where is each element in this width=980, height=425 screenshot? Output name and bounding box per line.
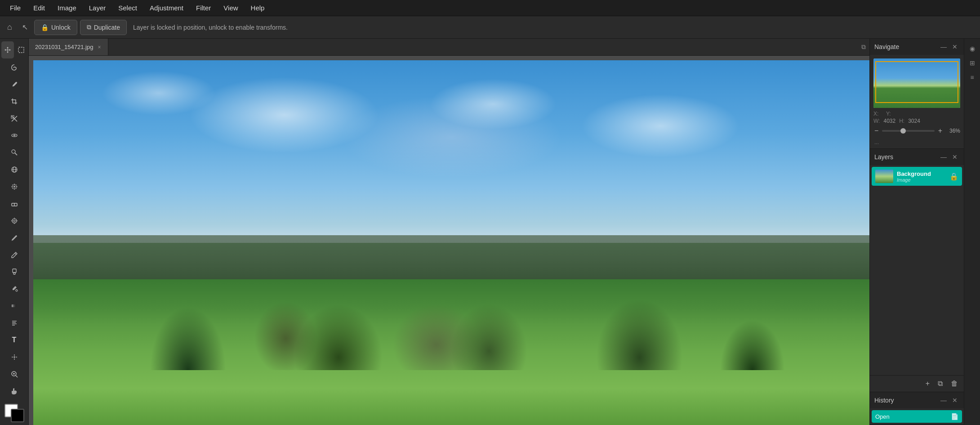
navigate-close-button[interactable]: ✕	[950, 42, 959, 51]
marquee-tool[interactable]	[15, 41, 27, 58]
gradient-tool[interactable]	[6, 298, 23, 314]
tab-close-button[interactable]: ×	[97, 43, 102, 51]
delete-layer-button[interactable]: 🗑	[949, 378, 960, 389]
far-right-panel: ◉ ⊞ ≡	[964, 39, 980, 425]
svg-point-13	[12, 184, 13, 185]
history-panel: History — ✕ Open 📄	[870, 392, 964, 425]
zoom-slider[interactable]	[882, 130, 934, 132]
background-color-swatch[interactable]	[11, 409, 24, 422]
navigate-panel: Navigate — ✕ X: Y:	[870, 39, 964, 149]
layer-name: Background	[897, 170, 946, 177]
main-area: T 20231031_154721.jpg × ⧉	[0, 39, 980, 425]
layer-type: Image	[897, 177, 946, 183]
svg-point-19	[12, 219, 17, 223]
text-tool[interactable]: T	[6, 332, 23, 348]
pencil-tool[interactable]	[6, 247, 23, 263]
unlock-button[interactable]: 🔒 Unlock	[34, 20, 77, 35]
layer-lock-icon: 🔒	[949, 172, 958, 181]
menu-layer[interactable]: Layer	[84, 2, 111, 13]
svg-point-11	[11, 186, 13, 188]
move-tool-button[interactable]: ↖	[18, 21, 31, 33]
zoom-slider-thumb[interactable]	[900, 128, 906, 134]
menu-view[interactable]: View	[218, 2, 243, 13]
navigate-thumbnail	[873, 58, 960, 108]
nav-zoom-row: − + 36%	[873, 127, 960, 135]
svg-point-15	[12, 188, 13, 188]
menu-edit[interactable]: Edit	[28, 2, 50, 13]
menu-file[interactable]: File	[4, 2, 26, 13]
sampler-tool[interactable]	[6, 349, 23, 365]
layers-panel: Layers — ✕ Background Image 🔒	[870, 149, 964, 392]
add-layer-button[interactable]: +	[923, 378, 932, 389]
layers-footer: + ⧉ 🗑	[870, 375, 964, 392]
navigate-panel-content: X: Y: W: 4032 H: 3024 −	[870, 55, 964, 139]
canvas-image-container	[33, 60, 869, 425]
far-right-properties[interactable]: ≡	[966, 71, 979, 84]
menu-adjustment[interactable]: Adjustment	[144, 2, 189, 13]
crop-tool[interactable]	[6, 94, 23, 110]
canvas-viewport[interactable]	[29, 56, 869, 425]
navigate-panel-controls: — ✕	[939, 42, 959, 51]
window-icon[interactable]: ⧉	[858, 41, 869, 53]
history-item-open[interactable]: Open 📄	[872, 410, 962, 423]
layer-item-background[interactable]: Background Image 🔒	[872, 167, 962, 186]
hand-tool[interactable]	[6, 383, 23, 399]
navigate-panel-title: Navigate	[874, 43, 899, 50]
menu-help[interactable]: Help	[245, 2, 270, 13]
lasso-tool[interactable]	[6, 59, 23, 76]
right-panels: Navigate — ✕ X: Y:	[869, 39, 964, 425]
pen-tool[interactable]	[6, 230, 23, 246]
duplicate-layer-button[interactable]: ⧉	[935, 378, 945, 389]
toolbar-message: Layer is locked in position, unlock to e…	[133, 24, 288, 31]
zoom-out-button[interactable]: −	[873, 127, 879, 135]
menu-select[interactable]: Select	[113, 2, 143, 13]
navigate-panel-header: Navigate — ✕	[870, 39, 964, 55]
left-toolbar: T	[0, 39, 29, 425]
eraser-tool[interactable]	[6, 196, 23, 212]
layers-panel-header: Layers — ✕	[870, 149, 964, 165]
image-tab[interactable]: 20231031_154721.jpg ×	[29, 39, 108, 55]
zoom-in-button[interactable]: +	[937, 127, 943, 135]
menu-filter[interactable]: Filter	[191, 2, 216, 13]
history-panel-content: Open 📄	[870, 408, 964, 425]
zoom-tool[interactable]	[6, 366, 23, 382]
svg-rect-0	[18, 47, 24, 53]
fill-tool[interactable]	[6, 281, 23, 297]
target-tool[interactable]	[6, 213, 23, 229]
layers-panel-title: Layers	[874, 153, 893, 161]
layers-minimize-button[interactable]: —	[939, 152, 949, 161]
move-tool[interactable]	[1, 41, 14, 58]
duplicate-button[interactable]: ⧉ Duplicate	[80, 20, 127, 35]
far-right-navigator[interactable]: ◉	[966, 42, 979, 55]
more-icon: ···	[874, 140, 879, 147]
history-item-label: Open	[875, 413, 890, 420]
eyedropper-tool[interactable]	[6, 76, 23, 93]
pattern-tool[interactable]	[6, 179, 23, 195]
svg-point-28	[16, 290, 18, 291]
brush-tool[interactable]	[6, 264, 23, 280]
svg-rect-29	[12, 304, 17, 307]
nav-viewport-indicator	[875, 61, 958, 103]
history-panel-header: History — ✕	[870, 392, 964, 408]
history-minimize-button[interactable]: —	[939, 396, 949, 405]
menu-image[interactable]: Image	[52, 2, 82, 13]
svg-point-20	[13, 220, 15, 222]
layers-close-button[interactable]: ✕	[950, 152, 959, 161]
clouds-layer	[33, 60, 869, 279]
clone-stamp-tool[interactable]	[6, 144, 23, 161]
slice-tool[interactable]	[6, 111, 23, 127]
far-right-layers[interactable]: ⊞	[966, 57, 979, 69]
healing-tool[interactable]	[6, 128, 23, 144]
home-button[interactable]: ⌂	[4, 21, 16, 34]
color-swatches[interactable]	[4, 404, 24, 423]
nav-h-value: 3024	[908, 118, 920, 124]
trees-layer	[75, 243, 828, 371]
svg-rect-26	[13, 269, 16, 273]
history-close-button[interactable]: ✕	[950, 396, 959, 405]
navigate-minimize-button[interactable]: —	[939, 42, 949, 51]
nav-w-value: 4032	[883, 118, 895, 124]
svg-line-25	[15, 253, 16, 255]
smudge-tool[interactable]	[6, 315, 23, 331]
layer-thumb-image	[875, 170, 893, 183]
wrap-tool[interactable]	[6, 161, 23, 178]
